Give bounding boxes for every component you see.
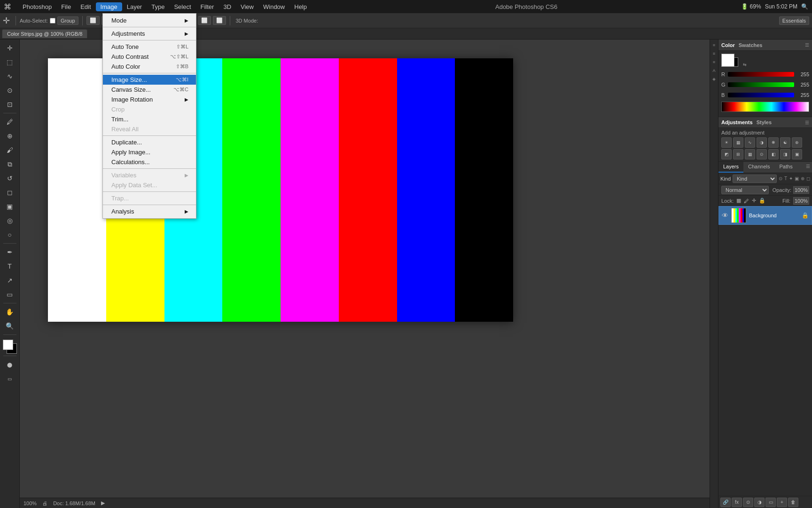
gradient-map-adj[interactable]: ▣ — [792, 149, 802, 159]
dist-right[interactable]: ⬜ — [213, 16, 226, 25]
zoom-tool[interactable]: 🔍 — [2, 319, 17, 333]
crop-tool[interactable]: ⊡ — [2, 98, 17, 111]
panel-toggle-4[interactable]: A — [710, 67, 718, 74]
pen-tool[interactable]: ✒ — [2, 246, 17, 259]
lock-all[interactable]: 🔒 — [759, 198, 765, 204]
shape-tool[interactable]: ▭ — [2, 288, 17, 301]
kind-select[interactable]: Kind — [733, 175, 777, 183]
hand-tool[interactable]: ✋ — [2, 305, 17, 318]
blend-mode-select[interactable]: Normal — [721, 186, 769, 194]
color-panel-menu[interactable]: ☰ — [805, 42, 809, 48]
blue-slider[interactable] — [728, 93, 794, 97]
channelmixer-adj[interactable]: ⊞ — [733, 149, 743, 159]
layer-mask-btn[interactable]: ⊙ — [743, 498, 753, 507]
menu-image-rotation[interactable]: Image Rotation ▶ — [103, 95, 196, 104]
channels-tab[interactable]: Channels — [743, 162, 774, 173]
fill-input[interactable] — [793, 197, 809, 205]
menu-image-size[interactable]: Image Size... ⌥⌘I — [103, 75, 196, 85]
filter-icon-6[interactable]: ◻ — [806, 176, 810, 181]
threshold-adj[interactable]: ◨ — [780, 149, 790, 159]
layers-tab[interactable]: Layers — [718, 162, 743, 173]
filter-icon-5[interactable]: ⊕ — [801, 176, 804, 181]
path-select-tool[interactable]: ↗ — [2, 274, 17, 287]
adjustment-layer-btn[interactable]: ◑ — [754, 498, 765, 507]
dist-hcenter[interactable]: ⬜ — [198, 16, 211, 25]
eyedropper-tool[interactable]: 🖉 — [2, 115, 17, 128]
auto-select-check[interactable] — [50, 18, 55, 24]
lasso-tool[interactable]: ∿ — [2, 70, 17, 83]
auto-select-checkbox[interactable] — [50, 18, 55, 24]
adjustments-tab[interactable]: Adjustments — [721, 119, 753, 125]
menu-window[interactable]: Window — [258, 2, 289, 11]
posterize-adj[interactable]: ◧ — [768, 149, 779, 159]
marquee-tool[interactable]: ⬚ — [2, 56, 17, 69]
swatches-tab[interactable]: Swatches — [739, 42, 763, 48]
opacity-input[interactable] — [793, 186, 809, 194]
filter-icon-4[interactable]: ▣ — [795, 176, 799, 181]
clone-tool[interactable]: ⧉ — [2, 158, 17, 171]
panel-toggle-3[interactable]: ≡ — [710, 58, 718, 66]
layers-panel-menu[interactable]: ☰ — [804, 162, 812, 173]
menu-auto-tone[interactable]: Auto Tone ⇧⌘L — [103, 42, 196, 52]
move-tool[interactable]: ✛ — [2, 41, 17, 55]
filter-icon-1[interactable]: ⊙ — [779, 176, 782, 181]
menu-filter[interactable]: Filter — [196, 2, 219, 11]
color-swatch[interactable] — [3, 340, 17, 354]
brightness-adj[interactable]: ☀ — [721, 137, 732, 148]
status-arrow[interactable]: ▶ — [101, 500, 105, 506]
levels-adj[interactable]: ▦ — [733, 137, 743, 148]
menu-duplicate[interactable]: Duplicate... — [103, 137, 196, 147]
color-tab[interactable]: Color — [721, 42, 735, 48]
align-top[interactable]: ⬜ — [86, 16, 100, 25]
new-layer-btn[interactable]: + — [777, 498, 787, 507]
paths-tab[interactable]: Paths — [775, 162, 797, 173]
menu-photoshop[interactable]: Photoshop — [18, 2, 56, 11]
brush-tool[interactable]: 🖌 — [2, 143, 17, 157]
eraser-tool[interactable]: ◻ — [2, 186, 17, 199]
menu-layer[interactable]: Layer — [122, 2, 147, 11]
curves-adj[interactable]: ∿ — [745, 137, 755, 148]
panel-toggle-2[interactable]: ≡ — [710, 50, 718, 57]
swap-icon[interactable]: ⇆ — [743, 62, 747, 67]
quick-select-tool[interactable]: ⊙ — [2, 84, 17, 97]
healing-tool[interactable]: ⊕ — [2, 129, 17, 143]
menu-select[interactable]: Select — [169, 2, 195, 11]
lock-position[interactable]: ✛ — [752, 198, 756, 204]
exposure-adj[interactable]: ◑ — [757, 137, 767, 148]
vibrance-adj[interactable]: ❋ — [768, 137, 779, 148]
menu-trim[interactable]: Trim... — [103, 114, 196, 124]
menu-type[interactable]: Type — [147, 2, 169, 11]
menu-file[interactable]: File — [56, 2, 76, 11]
background-layer[interactable]: 👁 Background 🔒 — [718, 206, 812, 225]
hsl-adj[interactable]: ☯ — [780, 137, 790, 148]
menu-calculations[interactable]: Calculations... — [103, 157, 196, 167]
document-tab[interactable]: Color Strips.jpg @ 100% (RGB/8 — [2, 29, 87, 38]
menu-help[interactable]: Help — [289, 2, 312, 11]
menu-auto-color[interactable]: Auto Color ⇧⌘B — [103, 62, 196, 71]
menu-image[interactable]: Image — [96, 2, 122, 11]
menu-auto-contrast[interactable]: Auto Contrast ⌥⇧⌘L — [103, 52, 196, 62]
panel-toggle-1[interactable]: ≡ — [710, 41, 718, 49]
red-slider[interactable] — [728, 72, 794, 77]
dodge-tool[interactable]: ○ — [2, 228, 17, 241]
blur-tool[interactable]: ◎ — [2, 214, 17, 227]
search-icon[interactable]: 🔍 — [801, 3, 808, 10]
history-brush[interactable]: ↺ — [2, 172, 17, 185]
link-layers-btn[interactable]: 🔗 — [720, 498, 731, 507]
apple-menu[interactable]: ⌘ — [4, 2, 11, 11]
menu-3d[interactable]: 3D — [219, 2, 236, 11]
menu-analysis[interactable]: Analysis ▶ — [103, 206, 196, 216]
filter-icon-2[interactable]: T — [784, 176, 787, 181]
group-dropdown[interactable]: Group — [57, 16, 78, 25]
quick-mask-btn[interactable]: ⬤ — [2, 358, 17, 371]
filter-icon-3[interactable]: ✦ — [789, 176, 793, 181]
new-group-btn[interactable]: ▭ — [765, 498, 776, 507]
workspace-dropdown[interactable]: Essentials — [779, 16, 809, 25]
lock-brush[interactable]: 🖉 — [744, 198, 749, 204]
layer-style-btn[interactable]: fx — [732, 498, 742, 507]
menu-view[interactable]: View — [236, 2, 258, 11]
panel-toggle-5[interactable]: ◈ — [710, 75, 718, 83]
delete-layer-btn[interactable]: 🗑 — [788, 498, 798, 507]
menu-adjustments[interactable]: Adjustments ▶ — [103, 29, 196, 39]
lock-checkerboard[interactable]: ▦ — [736, 198, 741, 204]
